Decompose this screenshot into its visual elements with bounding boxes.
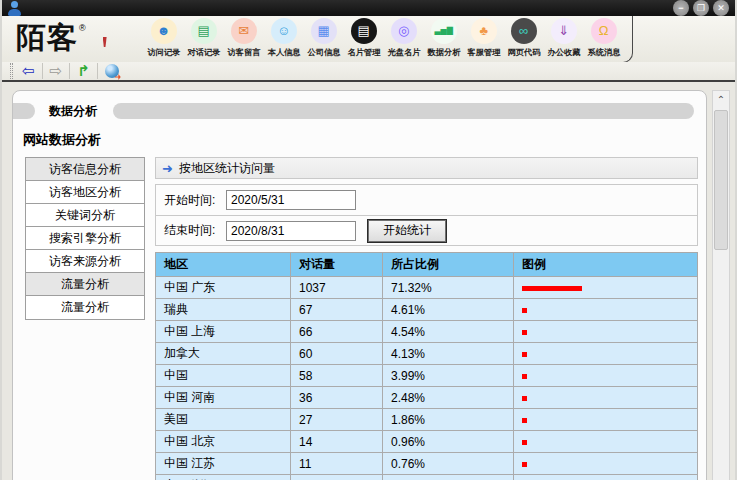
- start-time-input[interactable]: [226, 190, 356, 210]
- table-row[interactable]: 中国 北京140.96%: [156, 431, 698, 453]
- maximize-button[interactable]: ❐: [693, 0, 709, 16]
- table-cell: 中国 江苏: [156, 453, 291, 475]
- sidebar-item-2[interactable]: 访客地区分析: [26, 181, 144, 204]
- table-row[interactable]: 加拿大604.13%: [156, 343, 698, 365]
- scrollbar-thumb[interactable]: [714, 110, 728, 250]
- logo-avatar-icon: [90, 21, 120, 57]
- toolbar-item-label: 光盘名片: [387, 46, 420, 58]
- table-cell: 瑞典: [156, 299, 291, 321]
- legend-cell: [514, 409, 698, 431]
- panel-header: ➜ 按地区统计访问量: [155, 157, 698, 179]
- tab-data-analysis[interactable]: 数据分析: [49, 103, 97, 120]
- office-favorite-icon: ⇓: [551, 18, 577, 44]
- legend-bar: [522, 440, 527, 445]
- legend-cell: [514, 299, 698, 321]
- table-cell: 36: [291, 387, 383, 409]
- table-cell: 中国 河南: [156, 387, 291, 409]
- end-time-label: 结束时间:: [164, 222, 226, 239]
- table-row[interactable]: 美国271.86%: [156, 409, 698, 431]
- table-cell: 3.99%: [383, 365, 514, 387]
- table-cell: 中国 浙江: [156, 475, 291, 480]
- nav-toolbar: ⇦ ⇨ ↱: [2, 62, 735, 82]
- web-code-icon: ∞: [511, 18, 537, 44]
- column-header: 所占比例: [383, 253, 514, 277]
- tab-strip-filler: [113, 103, 694, 119]
- toolbar-item-1[interactable]: ☻访问记录: [145, 18, 183, 59]
- toolbar-item-10[interactable]: ∞网页代码: [505, 18, 543, 59]
- minimize-button[interactable]: −: [673, 0, 689, 16]
- scroll-up-button[interactable]: ⌃: [713, 91, 729, 108]
- table-row[interactable]: 中国 广东103771.32%: [156, 277, 698, 299]
- statistics-form: 开始时间: 结束时间: 开始统计: [155, 184, 698, 246]
- toolbar-item-5[interactable]: ▦公司信息: [305, 18, 343, 59]
- end-time-input[interactable]: [226, 221, 356, 241]
- legend-bar: [522, 418, 527, 423]
- table-header-row: 地区对话量所占比例图例: [156, 253, 698, 277]
- service-manage-icon: ♣: [471, 18, 497, 44]
- toolbar-item-2[interactable]: ▤对话记录: [185, 18, 223, 59]
- vertical-scrollbar[interactable]: ⌃ ⌄: [712, 90, 730, 480]
- legend-bar: [522, 374, 527, 379]
- toolbar-item-7[interactable]: ◎光盘名片: [385, 18, 423, 59]
- toolbar-item-11[interactable]: ⇓办公收藏: [545, 18, 583, 59]
- back-button[interactable]: ⇦: [17, 62, 40, 80]
- table-cell: 11: [291, 453, 383, 475]
- close-button[interactable]: ✕: [713, 0, 729, 16]
- table-cell: 14: [291, 431, 383, 453]
- main-toolbar: ☻访问记录▤对话记录✉访客留言☺本人信息▦公司信息▤名片管理◎光盘名片▃▅▇数据…: [136, 16, 633, 63]
- sidebar-item-3[interactable]: 关键词分析: [26, 204, 144, 227]
- sidebar-item-7[interactable]: 流量分析: [26, 296, 144, 319]
- toolbar-item-4[interactable]: ☺本人信息: [265, 18, 303, 59]
- toolbar-item-label: 名片管理: [347, 46, 380, 58]
- toolbar-item-9[interactable]: ♣客服管理: [465, 18, 503, 59]
- table-row[interactable]: 中国 江苏110.76%: [156, 453, 698, 475]
- legend-cell: [514, 365, 698, 387]
- disc-card-icon: ◎: [391, 18, 417, 44]
- toolbar-item-label: 公司信息: [307, 46, 340, 58]
- table-cell: 1037: [291, 277, 383, 299]
- table-cell: 4.54%: [383, 321, 514, 343]
- table-row[interactable]: 中国 河南362.48%: [156, 387, 698, 409]
- logo-text: 陌客: [16, 21, 78, 55]
- toolbar-item-12[interactable]: Ω系统消息: [585, 18, 623, 59]
- app-window: − ❐ ✕ 陌客 ® ☻访问记录▤对话记录✉访客留言☺本人信息▦公司信息▤名片管…: [0, 0, 737, 480]
- legend-bar: [522, 308, 527, 313]
- arrow-icon: ➜: [162, 161, 173, 176]
- legend-cell: [514, 475, 698, 480]
- card-manage-icon: ▤: [351, 18, 377, 44]
- toolbar-item-label: 访客留言: [227, 46, 260, 58]
- tab-strip-left-blob: [13, 103, 35, 119]
- region-statistics-table: 地区对话量所占比例图例 中国 广东103771.32%瑞典674.61%中国 上…: [155, 252, 698, 480]
- table-row[interactable]: 瑞典674.61%: [156, 299, 698, 321]
- sidebar-item-5[interactable]: 访客来源分析: [26, 250, 144, 273]
- refresh-globe-icon[interactable]: [105, 64, 119, 78]
- data-analysis-icon: ▃▅▇: [431, 18, 457, 44]
- my-info-icon: ☺: [271, 18, 297, 44]
- toolbar-grip[interactable]: [10, 63, 13, 79]
- app-logo: 陌客 ®: [16, 21, 120, 57]
- toolbar-item-3[interactable]: ✉访客留言: [225, 18, 263, 59]
- scrollbar-track[interactable]: [713, 108, 729, 476]
- table-row[interactable]: 中国 浙江100.69%: [156, 475, 698, 480]
- go-button[interactable]: ↱: [72, 62, 95, 80]
- table-cell: 58: [291, 365, 383, 387]
- sidebar-item-1[interactable]: 访客信息分析: [26, 158, 144, 181]
- column-header: 对话量: [291, 253, 383, 277]
- table-row[interactable]: 中国583.99%: [156, 365, 698, 387]
- forward-button[interactable]: ⇨: [45, 62, 68, 80]
- sidebar-item-4[interactable]: 搜索引擎分析: [26, 227, 144, 250]
- sidebar-item-6[interactable]: 流量分析: [26, 273, 144, 296]
- start-statistics-button[interactable]: 开始统计: [368, 220, 446, 242]
- chat-log-icon: ▤: [191, 18, 217, 44]
- toolbar-item-label: 数据分析: [427, 46, 460, 58]
- table-row[interactable]: 中国 上海664.54%: [156, 321, 698, 343]
- toolbar-item-8[interactable]: ▃▅▇数据分析: [425, 18, 463, 59]
- scroll-down-button[interactable]: ⌄: [713, 476, 729, 480]
- visit-log-icon: ☻: [151, 18, 177, 44]
- toolbar-item-6[interactable]: ▤名片管理: [345, 18, 383, 59]
- legend-bar: [522, 462, 527, 467]
- divider: [42, 63, 43, 79]
- table-cell: 0.76%: [383, 453, 514, 475]
- toolbar-item-label: 办公收藏: [547, 46, 580, 58]
- main-panel: ➜ 按地区统计访问量 开始时间: 结束时间: 开始统计: [155, 157, 698, 480]
